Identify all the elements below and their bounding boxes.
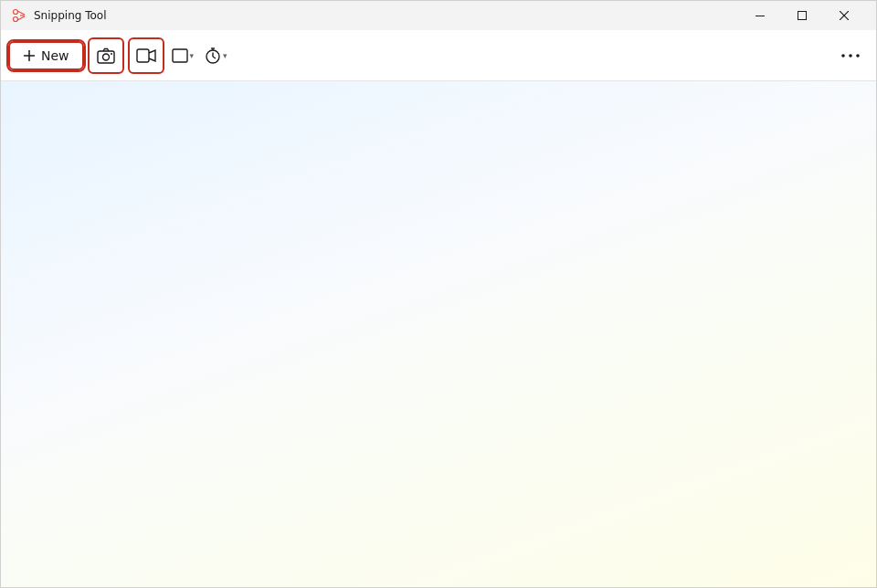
svg-point-0 [14,10,18,15]
app-icon [12,8,26,23]
close-button[interactable] [823,1,865,30]
app-window: Snipping Tool New [0,0,877,588]
main-content [1,81,876,587]
svg-rect-6 [798,12,807,20]
toolbar: New ▾ [1,30,876,81]
svg-point-12 [102,54,109,60]
timer-icon [205,47,221,64]
rectangle-icon [172,48,188,63]
timer-dropdown-arrow: ▾ [223,51,227,60]
svg-point-1 [14,17,18,22]
plus-icon [23,49,36,62]
svg-rect-5 [755,16,765,16]
svg-line-3 [17,16,25,20]
title-bar: Snipping Tool [1,1,876,30]
more-options-button[interactable] [832,37,869,74]
camera-icon [97,47,115,64]
new-button-label: New [41,48,69,63]
svg-point-23 [856,54,860,58]
svg-rect-11 [98,51,114,63]
more-icon [841,53,860,58]
svg-rect-14 [137,49,149,62]
svg-line-2 [17,11,25,15]
shape-dropdown-arrow: ▾ [190,51,195,60]
svg-point-13 [111,53,112,55]
video-icon [136,48,156,63]
screenshot-button[interactable] [88,37,124,74]
window-controls [739,1,865,30]
snipping-tool-icon [12,8,26,23]
video-button[interactable] [128,37,164,74]
maximize-button[interactable] [781,1,823,30]
timer-selector[interactable]: ▾ [201,37,231,74]
window-title: Snipping Tool [34,9,739,22]
svg-rect-15 [173,49,187,62]
minimize-button[interactable] [739,1,781,30]
new-button[interactable]: New [8,41,84,70]
shape-selector[interactable]: ▾ [168,37,198,74]
svg-point-22 [849,54,852,58]
svg-point-21 [841,54,845,58]
svg-line-18 [213,57,216,58]
